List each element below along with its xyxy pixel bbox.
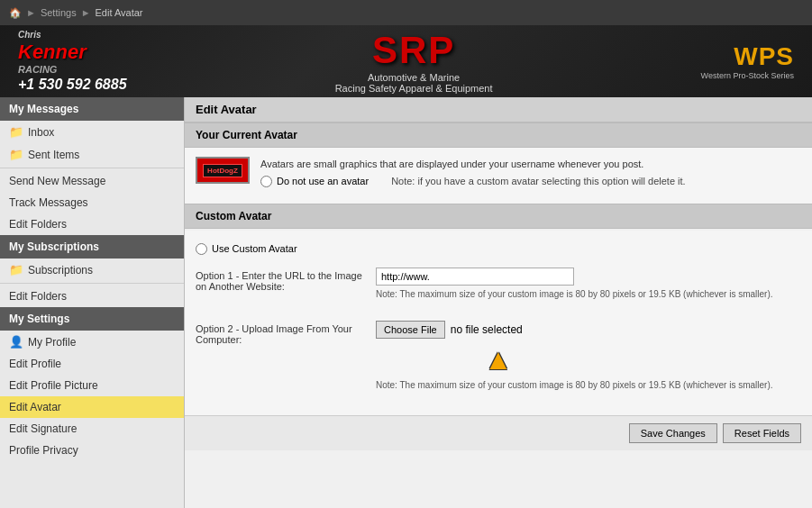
breadcrumb-sep2: ► <box>81 7 91 18</box>
option2-row: Option 2 - Upload Image From Your Comput… <box>196 315 801 397</box>
url-input[interactable] <box>376 268 574 286</box>
settings-link[interactable]: Settings <box>41 7 77 18</box>
sidebar-item-edit-profile-picture[interactable]: Edit Profile Picture <box>0 375 184 396</box>
content-area: Edit Avatar Your Current Avatar HotDogZ … <box>185 97 812 508</box>
user-icon: 👤 <box>9 335 23 349</box>
upload-note: Note: The maximum size of your custom im… <box>376 379 801 392</box>
brand-name: Kenner <box>18 41 127 64</box>
sidebar-item-edit-folders-msg[interactable]: Edit Folders <box>0 213 184 235</box>
option1-field: Note: The maximum size of your custom im… <box>376 268 801 301</box>
banner-logo-right: WPS Western Pro-Stock Series <box>701 42 794 80</box>
folder-icon: 📁 <box>9 125 23 139</box>
no-avatar-radio[interactable] <box>260 176 272 187</box>
sent-label: Sent Items <box>28 149 79 161</box>
sidebar-item-inbox[interactable]: 📁 Inbox <box>0 121 184 143</box>
wps-logo: WPS <box>701 42 794 71</box>
subscriptions-label: Subscriptions <box>28 264 93 277</box>
banner: Chris Kenner RACING +1 530 592 6885 SRP … <box>0 25 812 97</box>
avatar-text: HotDogZ <box>203 164 242 177</box>
option1-label: Option 1 - Enter the URL to the Image on… <box>196 268 367 292</box>
option2-field: Choose File no file selected ▲ Note: The… <box>376 321 801 392</box>
breadcrumb: 🏠 ► Settings ► Edit Avatar <box>0 0 812 25</box>
folder-icon-sent: 📁 <box>9 148 23 161</box>
track-label: Track Messages <box>9 196 88 209</box>
edit-folders-sub-label: Edit Folders <box>9 290 67 303</box>
main-layout: My Messages 📁 Inbox 📁 Sent Items Send Ne… <box>0 97 812 508</box>
sidebar-item-track[interactable]: Track Messages <box>0 192 184 213</box>
sidebar-item-profile-privacy[interactable]: Profile Privacy <box>0 440 184 461</box>
sidebar-section-my-subscriptions: My Subscriptions <box>0 235 184 259</box>
section-custom-avatar: Use Custom Avatar Option 1 - Enter the U… <box>185 231 812 415</box>
folder-icon-subs: 📁 <box>9 263 23 277</box>
no-avatar-radio-row: Do not use an avatar Note: if you have a… <box>260 176 686 187</box>
avatar-desc-text: Avatars are small graphics that are disp… <box>260 157 686 172</box>
banner-logo-left: Chris Kenner RACING +1 530 592 6885 <box>18 30 127 94</box>
sidebar-item-sent[interactable]: 📁 Sent Items <box>0 143 184 166</box>
srp-logo: SRP <box>335 29 493 72</box>
send-new-label: Send New Message <box>9 175 105 187</box>
sidebar-section-my-settings: My Settings <box>0 307 184 331</box>
section-current-avatar: HotDogZ Avatars are small graphics that … <box>185 148 812 204</box>
sidebar: My Messages 📁 Inbox 📁 Sent Items Send Ne… <box>0 97 185 508</box>
no-file-label: no file selected <box>451 323 523 336</box>
divider-2 <box>0 283 184 284</box>
inbox-label: Inbox <box>28 126 54 139</box>
use-custom-radio[interactable] <box>196 243 207 255</box>
edit-folders-msg-label: Edit Folders <box>9 218 67 231</box>
save-changes-button[interactable]: Save Changes <box>629 423 717 443</box>
sidebar-item-edit-avatar[interactable]: Edit Avatar <box>0 396 184 418</box>
use-custom-radio-row: Use Custom Avatar <box>196 243 801 255</box>
content-body: Your Current Avatar HotDogZ Avatars are … <box>185 122 812 450</box>
sidebar-item-edit-signature[interactable]: Edit Signature <box>0 418 184 440</box>
edit-profile-picture-label: Edit Profile Picture <box>9 379 98 392</box>
wps-tagline: Western Pro-Stock Series <box>701 71 794 80</box>
file-upload-row: Choose File no file selected <box>376 321 801 339</box>
option2-label: Option 2 - Upload Image From Your Comput… <box>196 321 367 345</box>
sidebar-item-my-profile[interactable]: 👤 My Profile <box>0 331 184 353</box>
home-icon[interactable]: 🏠 <box>9 7 22 19</box>
banner-sub1: Automotive & Marine <box>335 72 493 83</box>
banner-sub2: Racing Safety Apparel & Equipment <box>335 83 493 94</box>
sidebar-section-my-messages: My Messages <box>0 97 184 121</box>
sidebar-item-edit-folders-sub[interactable]: Edit Folders <box>0 286 184 307</box>
bottom-action-bar: Save Changes Reset Fields <box>185 415 812 450</box>
edit-signature-label: Edit Signature <box>9 422 77 435</box>
option1-row: Option 1 - Enter the URL to the Image on… <box>196 262 801 306</box>
brand-prefix: Chris <box>18 30 127 41</box>
current-page-label: Edit Avatar <box>96 7 143 18</box>
content-header: Edit Avatar <box>185 97 812 122</box>
no-avatar-label: Do not use an avatar <box>277 176 369 186</box>
choose-file-button[interactable]: Choose File <box>376 321 445 339</box>
my-profile-label: My Profile <box>28 336 76 349</box>
divider-1 <box>0 168 184 168</box>
breadcrumb-sep: ► <box>26 7 36 18</box>
arrow-indicator: ▲ <box>484 343 801 376</box>
section-title-custom-avatar: Custom Avatar <box>185 204 812 229</box>
sidebar-item-send-new[interactable]: Send New Message <box>0 170 184 192</box>
reset-fields-button[interactable]: Reset Fields <box>723 423 801 443</box>
section-title-current-avatar: Your Current Avatar <box>185 122 812 148</box>
avatar-image: HotDogZ <box>196 157 250 184</box>
sidebar-item-edit-profile[interactable]: Edit Profile <box>0 353 184 375</box>
sidebar-item-subscriptions[interactable]: 📁 Subscriptions <box>0 259 184 281</box>
use-custom-label: Use Custom Avatar <box>212 243 297 254</box>
avatar-description: Avatars are small graphics that are disp… <box>260 157 686 187</box>
edit-avatar-label: Edit Avatar <box>9 401 61 413</box>
banner-center: SRP Automotive & Marine Racing Safety Ap… <box>335 29 493 94</box>
current-avatar-area: HotDogZ Avatars are small graphics that … <box>196 157 801 187</box>
url-note: Note: The maximum size of your custom im… <box>376 288 801 301</box>
edit-profile-label: Edit Profile <box>9 358 61 370</box>
profile-privacy-label: Profile Privacy <box>9 444 78 457</box>
no-avatar-note: Note: if you have a custom avatar select… <box>391 176 686 186</box>
racing-label: RACING <box>18 64 127 76</box>
phone-number: +1 530 592 6885 <box>18 76 127 93</box>
